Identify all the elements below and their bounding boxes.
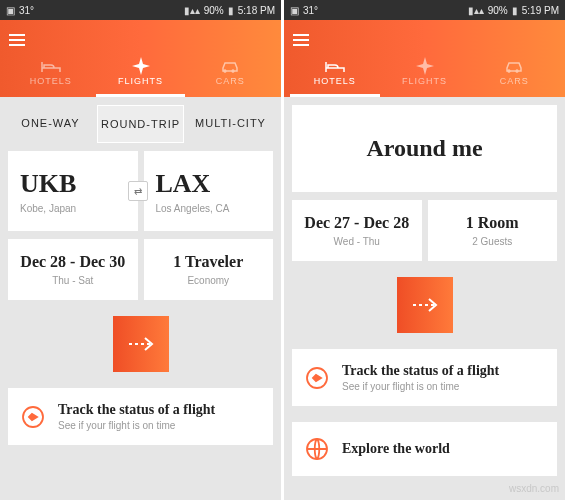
trip-round-trip[interactable]: ROUND-TRIP — [97, 105, 184, 143]
arrow-right-icon — [411, 295, 439, 315]
from-card[interactable]: UKB Kobe, Japan ⇄ — [8, 151, 138, 231]
explore-title: Explore the world — [342, 441, 450, 457]
track-plane-icon — [20, 404, 46, 430]
signal-icon: ▮▴▴ — [468, 5, 484, 16]
tab-cars[interactable]: CARS — [469, 54, 559, 97]
dates-card[interactable]: Dec 28 - Dec 30 Thu - Sat — [8, 239, 138, 300]
battery-icon: ▮ — [228, 5, 234, 16]
from-city: Kobe, Japan — [20, 203, 126, 214]
tab-label: HOTELS — [314, 76, 356, 86]
track-title: Track the status of a flight — [58, 402, 215, 418]
tab-label: CARS — [500, 76, 529, 86]
tab-hotels[interactable]: HOTELS — [290, 54, 380, 97]
tab-cars[interactable]: CARS — [185, 54, 275, 97]
dates-text: Dec 28 - Dec 30 — [20, 253, 125, 271]
nav-tabs: HOTELS FLIGHTS CARS — [0, 54, 281, 97]
status-battery: 90% — [488, 5, 508, 16]
status-bar: ▣ 31° ▮▴▴ 90% ▮ 5:18 PM — [0, 0, 281, 20]
flights-body: ONE-WAY ROUND-TRIP MULTI-CITY UKB Kobe, … — [0, 97, 281, 500]
tab-label: HOTELS — [30, 76, 72, 86]
signal-icon: ▮▴▴ — [184, 5, 200, 16]
plane-icon — [416, 58, 434, 74]
status-time: 5:19 PM — [522, 5, 559, 16]
tab-flights[interactable]: FLIGHTS — [96, 54, 186, 97]
phone-hotels: ▣ 31° ▮▴▴ 90% ▮ 5:19 PM HOTELS FLIGHTS C… — [284, 0, 565, 500]
track-flight-card[interactable]: Track the status of a flight See if your… — [292, 349, 557, 406]
guests-text: 2 Guests — [472, 236, 512, 247]
status-temp: 31° — [303, 5, 318, 16]
hamburger-icon[interactable] — [0, 34, 34, 46]
tab-label: FLIGHTS — [118, 76, 163, 86]
track-plane-icon — [304, 365, 330, 391]
track-title: Track the status of a flight — [342, 363, 499, 379]
to-code: LAX — [156, 169, 262, 199]
status-time: 5:18 PM — [238, 5, 275, 16]
tab-hotels[interactable]: HOTELS — [6, 54, 96, 97]
status-bar: ▣ 31° ▮▴▴ 90% ▮ 5:19 PM — [284, 0, 565, 20]
app-header: HOTELS FLIGHTS CARS — [284, 20, 565, 97]
bed-icon — [325, 58, 345, 74]
plane-icon — [132, 58, 150, 74]
swap-icon[interactable]: ⇄ — [128, 181, 148, 201]
track-sub: See if your flight is on time — [342, 381, 499, 392]
bed-icon — [41, 58, 61, 74]
notif-icon: ▣ — [6, 5, 15, 16]
travelers-card[interactable]: 1 Traveler Economy — [144, 239, 274, 300]
travelers-text: 1 Traveler — [173, 253, 243, 271]
tab-label: FLIGHTS — [402, 76, 447, 86]
phone-flights: ▣ 31° ▮▴▴ 90% ▮ 5:18 PM HOTELS FLIGHTS C… — [0, 0, 281, 500]
app-header: HOTELS FLIGHTS CARS — [0, 20, 281, 97]
dates-days: Thu - Sat — [52, 275, 93, 286]
rooms-text: 1 Room — [466, 214, 519, 232]
status-temp: 31° — [19, 5, 34, 16]
nav-tabs: HOTELS FLIGHTS CARS — [284, 54, 565, 97]
arrow-right-icon — [127, 334, 155, 354]
search-button[interactable] — [113, 316, 169, 372]
hotels-body: Around me Dec 27 - Dec 28 Wed - Thu 1 Ro… — [284, 97, 565, 500]
hotel-dates-text: Dec 27 - Dec 28 — [304, 214, 409, 232]
hotel-dates-card[interactable]: Dec 27 - Dec 28 Wed - Thu — [292, 200, 422, 261]
from-code: UKB — [20, 169, 126, 199]
hamburger-icon[interactable] — [284, 34, 318, 46]
tab-label: CARS — [216, 76, 245, 86]
to-city: Los Angeles, CA — [156, 203, 262, 214]
to-card[interactable]: LAX Los Angeles, CA — [144, 151, 274, 231]
trip-multi-city[interactable]: MULTI-CITY — [188, 105, 273, 143]
watermark: wsxdn.com — [509, 483, 559, 494]
track-sub: See if your flight is on time — [58, 420, 215, 431]
status-battery: 90% — [204, 5, 224, 16]
trip-one-way[interactable]: ONE-WAY — [8, 105, 93, 143]
trip-type-bar: ONE-WAY ROUND-TRIP MULTI-CITY — [8, 105, 273, 143]
battery-icon: ▮ — [512, 5, 518, 16]
car-icon — [220, 58, 240, 74]
rooms-card[interactable]: 1 Room 2 Guests — [428, 200, 558, 261]
tab-flights[interactable]: FLIGHTS — [380, 54, 470, 97]
notif-icon: ▣ — [290, 5, 299, 16]
hotel-dates-days: Wed - Thu — [334, 236, 380, 247]
car-icon — [504, 58, 524, 74]
globe-icon — [304, 436, 330, 462]
track-flight-card[interactable]: Track the status of a flight See if your… — [8, 388, 273, 445]
around-me-card[interactable]: Around me — [292, 105, 557, 192]
explore-card[interactable]: Explore the world — [292, 422, 557, 476]
search-button[interactable] — [397, 277, 453, 333]
travelers-class: Economy — [187, 275, 229, 286]
